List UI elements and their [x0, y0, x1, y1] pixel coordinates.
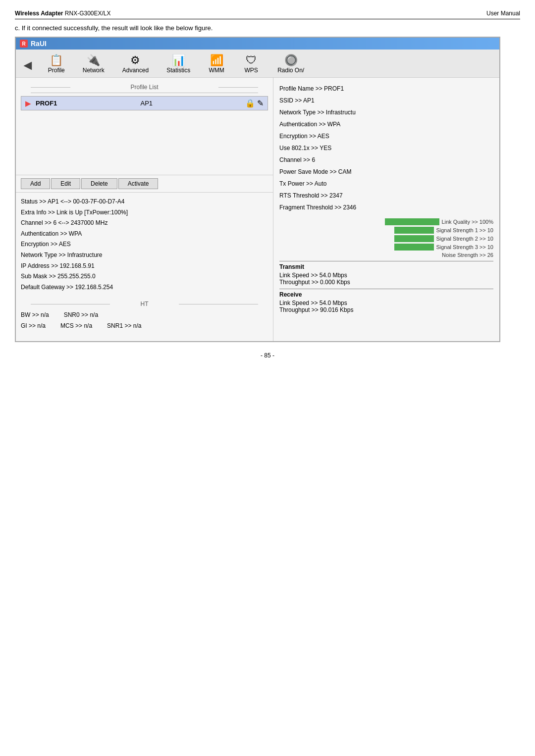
profile-selected-arrow: ▶ — [25, 100, 31, 107]
radio-label: Radio On/ — [277, 67, 304, 74]
extra-info-line: Extra Info >> Link is Up [TxPower:100%] — [21, 207, 268, 218]
profile-ssid-cell: AP1 — [141, 100, 241, 107]
signal-bars: Link Quality >> 100% Signal Strength 1 >… — [279, 218, 493, 258]
raui-app-icon: R — [20, 40, 28, 48]
detail-profile-name: Profile Name >> PROF1 — [279, 83, 493, 95]
profile-action-icons: 🔒 ✎ — [245, 99, 264, 108]
page-header: Wireless Adapter RNX-G300EX/LX User Manu… — [15, 10, 520, 19]
ht-row: BW >> n/a SNR0 >> n/a — [16, 309, 273, 320]
delete-button[interactable]: Delete — [81, 178, 117, 189]
edit-button[interactable]: Edit — [51, 178, 80, 189]
link-quality-bar — [385, 218, 439, 225]
wmm-icon: 📶 — [210, 55, 223, 66]
network-icon: 🔌 — [87, 55, 100, 66]
radio-icon: 🔘 — [284, 55, 298, 66]
signal-strength-1-bar — [394, 227, 434, 234]
noise-strength-row: Noise Strength >> 26 — [279, 252, 493, 258]
detail-fragment: Fragment Threshold >> 2346 — [279, 202, 493, 213]
link-quality-label: Link Quality >> 100% — [441, 219, 493, 225]
transmit-section: Transmit Link Speed >> 54.0 Mbps Through… — [279, 261, 493, 286]
channel-line: Channel >> 6 <--> 2437000 MHz — [21, 218, 268, 229]
signal-strength-1-row: Signal Strength 1 >> 10 — [279, 227, 493, 234]
toolbar-network[interactable]: 🔌 Network — [76, 52, 111, 77]
transmit-label: Transmit — [279, 263, 493, 270]
detail-power-save: Power Save Mode >> CAM — [279, 166, 493, 178]
signal-strength-1-label: Signal Strength 1 >> 10 — [436, 227, 493, 233]
add-button[interactable]: Add — [21, 178, 50, 189]
ht-mcs: MCS >> n/a — [60, 322, 92, 329]
status-line: Status >> AP1 <--> 00-03-7F-00-D7-A4 — [21, 197, 268, 207]
raui-window: R RaUI ◄ 📋 Profile 🔌 Network ⚙ Advanced … — [15, 37, 500, 342]
description-text: c. If it connected successfully, the res… — [15, 24, 520, 32]
back-button[interactable]: ◄ — [21, 57, 35, 77]
ht-snr0: SNR0 >> n/a — [64, 311, 98, 318]
signal-strength-3-bar — [394, 244, 434, 251]
advanced-icon: ⚙ — [130, 55, 140, 66]
profile-label: Profile — [48, 67, 65, 74]
ht-bw: BW >> n/a — [21, 311, 49, 318]
toolbar-profile[interactable]: 📋 Profile — [42, 52, 71, 77]
statistics-icon: 📊 — [172, 55, 185, 66]
ht-snr1: SNR1 >> n/a — [107, 322, 141, 329]
wps-icon: 🛡 — [246, 55, 257, 66]
wmm-label: WMM — [209, 67, 224, 74]
detail-authentication: Authentication >> WPA — [279, 118, 493, 130]
receive-link-speed: Link Speed >> 54.0 Mbps — [279, 300, 493, 306]
receive-throughput: Throughput >> 90.016 Kbps — [279, 306, 493, 313]
ht-section-header: HT — [31, 301, 258, 307]
toolbar-advanced[interactable]: ⚙ Advanced — [116, 52, 155, 77]
detail-tx-power: Tx Power >> Auto — [279, 178, 493, 190]
right-panel: Profile Name >> PROF1 SSID >> AP1 Networ… — [273, 78, 499, 341]
toolbar-wps[interactable]: 🛡 WPS — [236, 52, 266, 77]
ht-row-2: GI >> n/a MCS >> n/a SNR1 >> n/a — [16, 320, 273, 331]
profile-info: Profile Name >> PROF1 SSID >> AP1 Networ… — [279, 83, 493, 213]
toolbar-radio[interactable]: 🔘 Radio On/ — [271, 52, 311, 77]
sub-mask-line: Sub Mask >> 255.255.255.0 — [21, 271, 268, 282]
signal-strength-2-row: Signal Strength 2 >> 10 — [279, 235, 493, 242]
receive-section: Receive Link Speed >> 54.0 Mbps Throughp… — [279, 289, 493, 313]
raui-title: RaUI — [31, 40, 47, 48]
profile-list-header: Profile List — [31, 82, 258, 93]
detail-channel: Channel >> 6 — [279, 154, 493, 166]
link-quality-row: Link Quality >> 100% — [279, 218, 493, 225]
encryption-line: Encryption >> AES — [21, 239, 268, 250]
toolbar: ◄ 📋 Profile 🔌 Network ⚙ Advanced 📊 Stati… — [16, 50, 499, 78]
toolbar-wmm[interactable]: 📶 WMM — [202, 52, 231, 77]
default-gateway-line: Default Gateway >> 192.168.5.254 — [21, 282, 268, 293]
wps-label: WPS — [244, 67, 258, 74]
noise-strength-label: Noise Strength >> 26 — [442, 252, 493, 258]
status-section: Status >> AP1 <--> 00-03-7F-00-D7-A4 Ext… — [16, 192, 273, 297]
signal-strength-2-label: Signal Strength 2 >> 10 — [436, 236, 493, 242]
product-name: Wireless Adapter — [15, 10, 63, 17]
network-type-line: Network Type >> Infrastructure — [21, 250, 268, 261]
product-model: RNX-G300EX/LX — [63, 10, 110, 17]
profile-row[interactable]: ▶ PROF1 AP1 🔒 ✎ — [21, 96, 268, 110]
activate-button[interactable]: Activate — [118, 178, 159, 189]
detail-rts: RTS Threshold >> 2347 — [279, 190, 493, 202]
profile-list-spacer — [16, 113, 273, 173]
transmit-link-speed: Link Speed >> 54.0 Mbps — [279, 272, 493, 279]
signal-strength-3-label: Signal Strength 3 >> 10 — [436, 244, 493, 250]
detail-encryption: Encryption >> AES — [279, 130, 493, 142]
profile-icon: 📋 — [50, 55, 63, 66]
toolbar-statistics[interactable]: 📊 Statistics — [160, 52, 197, 77]
action-bar: Add Edit Delete Activate — [16, 175, 273, 192]
signal-strength-2-bar — [394, 235, 434, 242]
main-content: Profile List ▶ PROF1 AP1 🔒 ✎ Add Edit De… — [16, 78, 499, 341]
lock-icon: 🔒 — [245, 99, 255, 108]
ht-gi: GI >> n/a — [21, 322, 46, 329]
transmit-throughput: Throughput >> 0.000 Kbps — [279, 279, 493, 286]
header-right: User Manual — [486, 10, 520, 17]
raui-titlebar: R RaUI — [16, 38, 499, 50]
header-left: Wireless Adapter RNX-G300EX/LX — [15, 10, 111, 17]
advanced-label: Advanced — [122, 67, 149, 74]
auth-line: Authentication >> WPA — [21, 229, 268, 240]
detail-8021x: Use 802.1x >> YES — [279, 142, 493, 154]
receive-label: Receive — [279, 291, 493, 298]
detail-network-type: Network Type >> Infrastructu — [279, 106, 493, 118]
statistics-label: Statistics — [166, 67, 190, 74]
signal-strength-3-row: Signal Strength 3 >> 10 — [279, 244, 493, 251]
left-panel: Profile List ▶ PROF1 AP1 🔒 ✎ Add Edit De… — [16, 78, 273, 341]
edit-icon: ✎ — [257, 99, 264, 108]
detail-ssid: SSID >> AP1 — [279, 95, 493, 106]
